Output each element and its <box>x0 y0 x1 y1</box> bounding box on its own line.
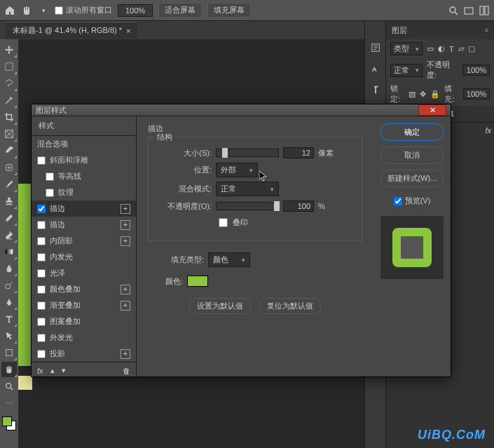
fx-inner-glow[interactable]: 内发光 <box>32 249 136 265</box>
gradient-tool[interactable] <box>1 244 17 259</box>
lasso-tool[interactable] <box>1 76 17 91</box>
size-slider[interactable] <box>216 149 279 157</box>
cancel-button[interactable]: 取消 <box>380 147 444 164</box>
structure-title: 结构 <box>154 132 175 142</box>
fx-texture[interactable]: 纹理 <box>32 184 136 201</box>
lock-pixels-icon[interactable]: ▧ <box>409 90 416 99</box>
add-gradoverlay-icon[interactable]: + <box>121 301 130 311</box>
share-icon[interactable] <box>463 5 474 16</box>
set-default-button[interactable]: 设置为默认值 <box>189 298 251 314</box>
fx-drop-shadow[interactable]: 投影+ <box>32 346 136 362</box>
opacity-slider[interactable] <box>216 202 279 210</box>
fx-footer-trash-icon[interactable]: 🗑 <box>123 367 130 375</box>
color-label: 颜色: <box>148 276 183 287</box>
dodge-tool[interactable] <box>1 278 17 293</box>
lock-position-icon[interactable]: ✥ <box>420 90 426 99</box>
filter-image-icon[interactable]: ▭ <box>427 44 434 53</box>
eyedropper-tool[interactable] <box>1 143 17 158</box>
fx-footer-down-icon[interactable]: ▾ <box>62 366 66 375</box>
hand-tool[interactable] <box>1 362 17 377</box>
opacity-unit: % <box>318 202 325 210</box>
shape-tool[interactable] <box>1 345 17 360</box>
history-panel-icon[interactable] <box>369 41 383 55</box>
stamp-tool[interactable] <box>1 194 17 209</box>
add-dropshadow-icon[interactable]: + <box>121 349 130 359</box>
new-style-button[interactable]: 新建样式(W)... <box>380 170 444 187</box>
filter-adjust-icon[interactable]: ◐ <box>438 44 445 53</box>
preview-checkbox[interactable]: 预览(V) <box>394 196 431 206</box>
search-icon[interactable] <box>448 5 459 16</box>
panel-menu-icon[interactable]: ≡ <box>485 27 488 34</box>
add-innershadow-icon[interactable]: + <box>121 236 130 246</box>
blending-options-row[interactable]: 混合选项 <box>32 136 136 152</box>
size-field[interactable]: 12 <box>283 147 314 158</box>
zoom-tool[interactable] <box>1 379 17 394</box>
add-coloroverlay-icon[interactable]: + <box>121 285 130 294</box>
eraser-tool[interactable] <box>1 227 17 243</box>
marquee-tool[interactable] <box>1 59 17 74</box>
layers-tab-label[interactable]: 图层 <box>392 25 407 36</box>
fx-footer-fx-icon[interactable]: fx <box>37 367 43 375</box>
close-tab-icon[interactable]: × <box>126 27 130 35</box>
scroll-all-windows-checkbox[interactable]: 滚动所有窗口 <box>55 5 112 15</box>
move-tool[interactable] <box>1 42 17 57</box>
opacity-field2[interactable]: 100 <box>283 201 314 212</box>
ok-button[interactable]: 确定 <box>380 123 444 141</box>
filter-type-icon[interactable]: T <box>449 45 454 53</box>
fx-pattern-overlay[interactable]: 图案叠加 <box>32 313 136 330</box>
brush-tool[interactable] <box>1 177 17 192</box>
fill-field[interactable]: 100% <box>463 88 490 100</box>
home-icon[interactable] <box>4 5 15 16</box>
fx-stroke-2[interactable]: 描边+ <box>32 217 136 233</box>
blend-select[interactable]: 正常▾ <box>216 182 279 196</box>
healing-tool[interactable] <box>1 160 17 175</box>
blur-tool[interactable] <box>1 261 17 276</box>
fx-footer-up-icon[interactable]: ▴ <box>50 366 55 375</box>
pen-tool[interactable] <box>1 294 17 310</box>
type-tool[interactable] <box>1 311 17 327</box>
history-brush-tool[interactable] <box>1 210 17 226</box>
filter-smart-icon[interactable]: ▢ <box>468 44 475 53</box>
fx-satin[interactable]: 光泽 <box>32 265 136 281</box>
arrange-icon[interactable] <box>479 5 490 16</box>
color-wells[interactable] <box>2 416 16 430</box>
blend-mode-select[interactable]: 正常▾ <box>390 64 423 77</box>
fill-type-select[interactable]: 颜色▾ <box>208 252 250 267</box>
fx-stroke-active[interactable]: 描边+ <box>32 201 136 217</box>
hand-tool-icon[interactable] <box>21 5 32 16</box>
character-panel-icon[interactable]: A <box>369 62 383 76</box>
frame-tool[interactable] <box>1 126 17 142</box>
magic-wand-tool[interactable] <box>1 93 17 108</box>
reset-default-button[interactable]: 复位为默认值 <box>259 298 321 314</box>
fx-outer-glow[interactable]: 外发光 <box>32 330 136 346</box>
fx-badge[interactable]: fx <box>485 126 491 135</box>
lock-all-icon[interactable]: 🔒 <box>430 90 440 99</box>
crop-tool[interactable] <box>1 109 17 125</box>
fill-screen-button[interactable]: 填充屏幕 <box>207 3 251 18</box>
filter-shape-icon[interactable]: ▱ <box>458 44 464 53</box>
edit-toolbar-icon[interactable]: ⋯ <box>1 395 17 411</box>
fx-bevel[interactable]: 斜面和浮雕 <box>32 152 136 168</box>
add-stroke-icon[interactable]: + <box>121 204 130 214</box>
path-select-tool[interactable] <box>1 328 17 344</box>
fill-type-label: 填充类型: <box>148 254 204 265</box>
fx-contour[interactable]: 等高线 <box>32 168 136 184</box>
document-tab[interactable]: 未标题-1 @ 41.4% (H, RGB/8) * × <box>6 22 137 39</box>
fx-inner-shadow[interactable]: 内阴影+ <box>32 233 136 249</box>
color-swatch[interactable] <box>187 276 208 287</box>
fit-screen-button[interactable]: 适合屏幕 <box>158 3 202 18</box>
tool-preset-dropdown[interactable]: ▾ <box>38 5 49 16</box>
close-button[interactable]: ✕ <box>418 104 446 116</box>
add-stroke2-icon[interactable]: + <box>121 220 130 230</box>
zoom-value-field[interactable]: 100% <box>118 4 153 17</box>
effects-column: 样式 混合选项 斜面和浮雕 等高线 纹理 描边+ 描边+ 内阴影+ 内发光 光泽… <box>32 116 137 379</box>
layer-kind-select[interactable]: 类型▾ <box>390 42 423 55</box>
dialog-titlebar[interactable]: 图层样式 ✕ <box>32 104 451 116</box>
position-select[interactable]: 外部▾ <box>216 163 258 177</box>
opacity-field[interactable]: 100% <box>462 65 490 76</box>
options-bar: ▾ 滚动所有窗口 100% 适合屏幕 填充屏幕 <box>0 0 494 21</box>
paragraph-panel-icon[interactable] <box>369 83 383 97</box>
fx-color-overlay[interactable]: 颜色叠加+ <box>32 281 136 297</box>
fx-gradient-overlay[interactable]: 渐变叠加+ <box>32 297 136 313</box>
overprint-checkbox[interactable]: 叠印 <box>216 216 248 229</box>
